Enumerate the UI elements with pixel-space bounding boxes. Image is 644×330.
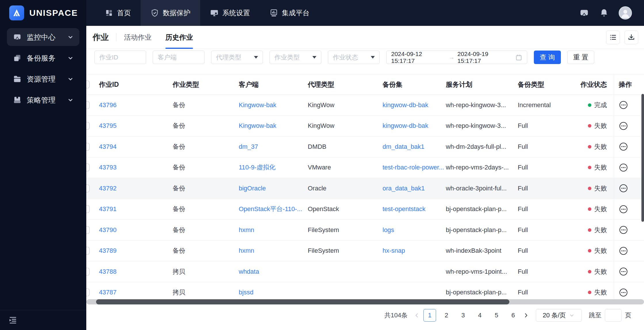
job-id-placeholder: 作业ID xyxy=(99,53,118,62)
client-link[interactable]: 110-9-虚拟化 xyxy=(239,163,276,172)
row-checkbox[interactable] xyxy=(86,184,90,192)
backup-set-link[interactable]: ora_data_bak1 xyxy=(383,185,425,192)
backup-set-link[interactable]: test-opentstack xyxy=(383,205,425,213)
nav-integration-platform[interactable]: 集成平台 xyxy=(260,0,319,26)
row-checkbox[interactable] xyxy=(86,247,90,255)
job-id-link[interactable]: 43790 xyxy=(99,226,116,234)
backup-set-link[interactable]: kingwow-db-bak xyxy=(383,101,428,109)
more-actions-icon[interactable] xyxy=(619,142,628,151)
page-number-4[interactable]: 4 xyxy=(473,309,486,322)
download-button[interactable] xyxy=(624,30,638,44)
date-end-value[interactable]: 2024-09-19 15:17:17 xyxy=(457,51,512,64)
table-row[interactable]: 43794 备份 dm_37 DMDB dm_data_bak1 wh-dm-2… xyxy=(86,136,644,157)
client-link[interactable]: dm_37 xyxy=(239,143,258,150)
more-actions-icon[interactable] xyxy=(619,184,628,193)
row-checkbox[interactable] xyxy=(86,226,90,234)
client-link[interactable]: Kingwow-bak xyxy=(239,101,276,109)
table-row[interactable]: 43790 备份 hxmn FileSystem logs bj-opensta… xyxy=(86,220,644,241)
jump-to-input[interactable] xyxy=(605,309,622,322)
job-id-input[interactable]: 作业ID xyxy=(94,51,146,64)
page-number-5[interactable]: 5 xyxy=(490,309,503,322)
pagination: 共104条 123456 20 条/页 跳至 页 xyxy=(86,307,644,324)
job-id-link[interactable]: 43787 xyxy=(99,289,116,296)
more-actions-icon[interactable] xyxy=(619,163,628,172)
nav-home[interactable]: 首页 xyxy=(95,0,141,26)
next-page-button[interactable] xyxy=(521,309,531,322)
more-actions-icon[interactable] xyxy=(619,100,628,110)
job-id-link[interactable]: 43789 xyxy=(99,247,116,254)
sidebar-item-resource-management[interactable]: 资源管理 xyxy=(7,70,79,88)
message-icon[interactable] xyxy=(579,8,589,18)
nav-data-protection[interactable]: 数据保护 xyxy=(141,0,200,26)
job-id-link[interactable]: 43795 xyxy=(99,122,116,130)
row-checkbox[interactable] xyxy=(86,101,90,109)
page-number-6[interactable]: 6 xyxy=(507,309,519,322)
prev-page-button[interactable] xyxy=(412,309,421,322)
date-start-value[interactable]: 2024-09-12 15:17:17 xyxy=(391,51,446,64)
page-number-1[interactable]: 1 xyxy=(423,309,436,322)
more-actions-icon[interactable] xyxy=(619,225,628,235)
job-id-link[interactable]: 43794 xyxy=(99,143,116,150)
agent-type-select[interactable]: 代理类型 xyxy=(211,51,263,64)
tab-history-jobs[interactable]: 历史作业 xyxy=(165,26,193,49)
row-checkbox[interactable] xyxy=(86,122,90,130)
sidebar-item-policy-management[interactable]: 策略管理 xyxy=(7,91,79,109)
bell-icon[interactable] xyxy=(599,8,609,18)
collapse-sidebar-icon[interactable] xyxy=(8,315,18,325)
table-row[interactable]: 43788 拷贝 whdata wh-repo-vms-1point... Fu… xyxy=(86,261,644,282)
vertical-scrollbar-thumb[interactable] xyxy=(641,94,644,222)
avatar[interactable] xyxy=(619,6,632,20)
client-input[interactable]: 客户端 xyxy=(153,51,205,64)
page-number-3[interactable]: 3 xyxy=(457,309,469,322)
row-checkbox[interactable] xyxy=(86,268,90,276)
backup-set-link[interactable]: logs xyxy=(383,226,394,234)
horizontal-scrollbar[interactable] xyxy=(86,299,644,304)
client-link[interactable]: whdata xyxy=(239,268,259,275)
job-id-link[interactable]: 43788 xyxy=(99,268,116,275)
table-row[interactable]: 43791 备份 OpenStack平台-110-... OpenStack t… xyxy=(86,199,644,220)
backup-set-link[interactable]: kingwow-db-bak xyxy=(383,122,428,130)
more-actions-icon[interactable] xyxy=(619,246,628,256)
job-status-select[interactable]: 作业状态 xyxy=(328,51,380,64)
table-row[interactable]: 43793 备份 110-9-虚拟化 VMware test-rbac-role… xyxy=(86,157,644,178)
nav-system-settings[interactable]: 系统设置 xyxy=(200,0,260,26)
table-row[interactable]: 43789 备份 hxmn FileSystem hx-snap wh-inde… xyxy=(86,241,644,262)
client-link[interactable]: bjssd xyxy=(239,289,253,296)
calendar-icon xyxy=(515,54,522,61)
client-link[interactable]: hxmn xyxy=(239,247,254,254)
date-range-picker[interactable]: 2024-09-12 15:17:17 → 2024-09-19 15:17:1… xyxy=(386,51,527,64)
job-id-link[interactable]: 43793 xyxy=(99,164,116,171)
sidebar-item-monitor-center[interactable]: 监控中心 xyxy=(7,28,79,46)
row-checkbox[interactable] xyxy=(86,143,90,151)
table-row[interactable]: 43795 备份 Kingwow-bak KingWow kingwow-db-… xyxy=(86,116,644,137)
job-id-link[interactable]: 43792 xyxy=(99,185,116,192)
row-checkbox[interactable] xyxy=(86,163,90,171)
more-actions-icon[interactable] xyxy=(619,204,628,214)
job-id-link[interactable]: 43791 xyxy=(99,205,116,213)
job-id-link[interactable]: 43796 xyxy=(99,101,116,109)
table-row[interactable]: 43792 备份 bigOracle Oracle ora_data_bak1 … xyxy=(86,178,644,199)
search-button[interactable]: 查 询 xyxy=(534,51,561,64)
row-checkbox[interactable] xyxy=(86,288,90,296)
job-type-select[interactable]: 作业类型 xyxy=(270,51,321,64)
client-link[interactable]: Kingwow-bak xyxy=(239,122,276,130)
page-number-2[interactable]: 2 xyxy=(440,309,453,322)
row-checkbox[interactable] xyxy=(86,205,90,213)
reset-button[interactable]: 重 置 xyxy=(567,51,594,64)
sidebar-item-backup-service[interactable]: 备份服务 xyxy=(7,49,79,67)
more-actions-icon[interactable] xyxy=(619,267,628,276)
list-view-button[interactable] xyxy=(606,30,620,44)
more-actions-icon[interactable] xyxy=(619,288,628,297)
more-actions-icon[interactable] xyxy=(619,121,628,131)
select-all-checkbox[interactable] xyxy=(86,80,90,88)
client-link[interactable]: hxmn xyxy=(239,226,254,234)
backup-set-link[interactable]: hx-snap xyxy=(383,247,405,254)
tab-active-jobs[interactable]: 活动作业 xyxy=(124,26,152,49)
table-row[interactable]: 43796 备份 Kingwow-bak KingWow kingwow-db-… xyxy=(86,95,644,116)
backup-set-link[interactable]: test-rbac-role-power... xyxy=(383,164,444,171)
client-link[interactable]: OpenStack平台-110-... xyxy=(239,205,302,213)
page-size-select[interactable]: 20 条/页 xyxy=(536,309,582,322)
backup-set-link[interactable]: dm_data_bak1 xyxy=(383,143,425,150)
horizontal-scrollbar-thumb[interactable] xyxy=(96,299,509,304)
client-link[interactable]: bigOracle xyxy=(239,185,266,192)
